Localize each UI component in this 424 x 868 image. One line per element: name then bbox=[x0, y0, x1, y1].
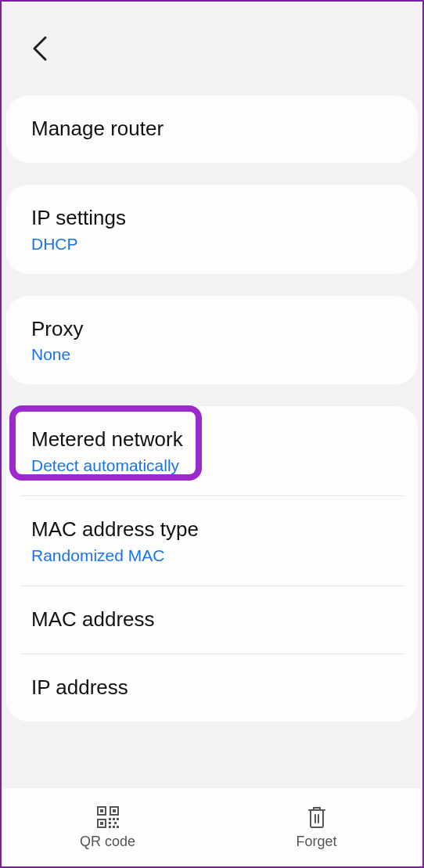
row-title-metered: Metered network bbox=[31, 427, 393, 453]
row-sub-ip-settings: DHCP bbox=[31, 235, 393, 254]
svg-rect-10 bbox=[114, 822, 117, 824]
row-ip-address[interactable]: IP address bbox=[6, 654, 418, 722]
svg-rect-12 bbox=[113, 826, 115, 828]
row-proxy[interactable]: Proxy None bbox=[6, 296, 418, 385]
svg-rect-5 bbox=[100, 822, 103, 825]
row-title-mac-addr: MAC address bbox=[31, 607, 393, 633]
card-proxy: Proxy None bbox=[6, 296, 418, 385]
row-sub-proxy: None bbox=[31, 345, 393, 364]
row-mac-address-type[interactable]: MAC address type Randomized MAC bbox=[6, 496, 418, 585]
svg-rect-8 bbox=[117, 818, 119, 820]
forget-button[interactable]: Forget bbox=[212, 788, 421, 866]
back-button[interactable] bbox=[25, 33, 56, 64]
svg-rect-1 bbox=[100, 809, 103, 812]
row-sub-metered: Detect automatically bbox=[31, 456, 393, 475]
svg-rect-11 bbox=[109, 826, 111, 828]
row-manage-router[interactable]: Manage router bbox=[6, 95, 418, 163]
svg-rect-9 bbox=[109, 822, 111, 824]
settings-content: Manage router IP settings DHCP Proxy Non… bbox=[2, 95, 422, 722]
row-mac-address[interactable]: MAC address bbox=[6, 586, 418, 654]
back-icon bbox=[31, 34, 50, 63]
card-ip-proxy: IP settings DHCP bbox=[6, 185, 418, 274]
svg-rect-7 bbox=[113, 818, 115, 820]
qr-code-button[interactable]: QR code bbox=[3, 788, 212, 866]
header-bar bbox=[2, 2, 422, 95]
row-title-ip-addr: IP address bbox=[31, 675, 393, 701]
card-manage-router: Manage router bbox=[6, 95, 418, 163]
footer-bar: QR code Forget bbox=[3, 788, 421, 866]
trash-icon bbox=[305, 805, 329, 829]
card-network-details: Metered network Detect automatically MAC… bbox=[6, 406, 418, 721]
row-title-manage-router: Manage router bbox=[31, 116, 393, 142]
row-sub-mac-type: Randomized MAC bbox=[31, 546, 393, 565]
qr-code-label: QR code bbox=[80, 834, 135, 850]
row-metered-network[interactable]: Metered network Detect automatically bbox=[6, 406, 418, 495]
row-title-mac-type: MAC address type bbox=[31, 517, 393, 543]
svg-rect-6 bbox=[109, 818, 111, 820]
svg-rect-3 bbox=[113, 809, 116, 812]
svg-rect-13 bbox=[117, 826, 119, 828]
qr-code-icon bbox=[96, 805, 120, 829]
forget-label: Forget bbox=[296, 834, 336, 850]
row-title-proxy: Proxy bbox=[31, 316, 393, 343]
row-title-ip-settings: IP settings bbox=[31, 205, 393, 232]
row-ip-settings[interactable]: IP settings DHCP bbox=[6, 185, 418, 274]
